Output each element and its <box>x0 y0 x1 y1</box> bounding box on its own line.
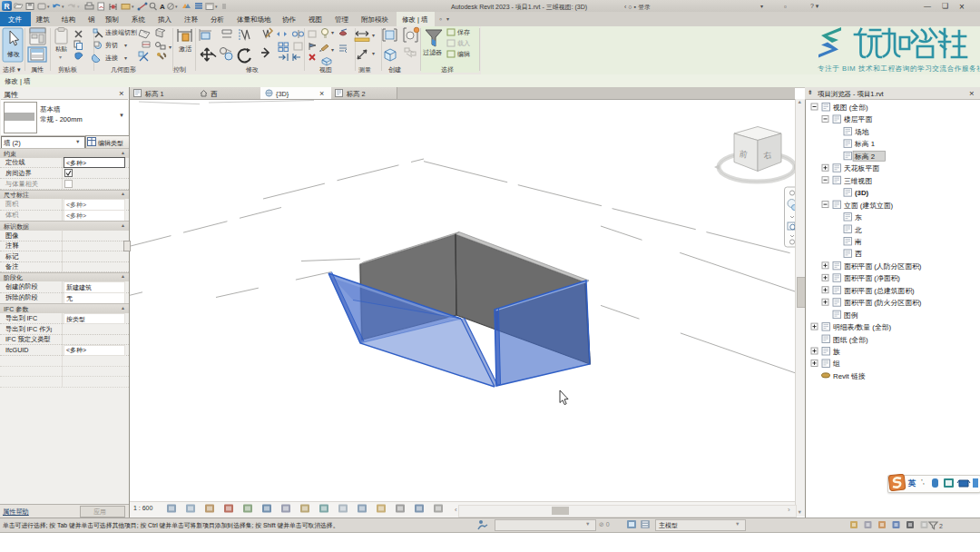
svg-text:▾: ▾ <box>47 4 50 9</box>
svg-text:▾: ▾ <box>331 47 334 53</box>
svg-text:楼层平面: 楼层平面 <box>844 115 872 123</box>
svg-text:保存: 保存 <box>457 29 470 35</box>
svg-text:▾: ▾ <box>132 4 134 9</box>
svg-text:标高 2: 标高 2 <box>854 153 875 161</box>
svg-text:▾: ▾ <box>59 54 62 60</box>
svg-text:▾: ▾ <box>169 44 172 50</box>
svg-text:立面 (建筑立面): 立面 (建筑立面) <box>844 202 894 210</box>
svg-text:过滤器: 过滤器 <box>423 49 442 56</box>
svg-text:▾: ▾ <box>372 51 375 56</box>
svg-text:连接端切割: 连接端切割 <box>105 29 137 36</box>
svg-text:场地: 场地 <box>854 128 869 136</box>
svg-text:▾: ▾ <box>124 55 127 61</box>
svg-text:东: 东 <box>855 213 862 222</box>
svg-text:组: 组 <box>832 360 840 368</box>
svg-text:连接: 连接 <box>105 54 118 62</box>
svg-text:三维视图: 三维视图 <box>844 177 872 185</box>
svg-text:‹: ‹ <box>455 506 457 514</box>
svg-text:编辑: 编辑 <box>457 51 470 57</box>
svg-text:面积平面 (防火分区面积): 面积平面 (防火分区面积) <box>844 299 922 307</box>
svg-text:视图 (全部): 视图 (全部) <box>832 104 868 112</box>
svg-text:▾: ▾ <box>215 4 218 9</box>
svg-text:面积平面 (总建筑面积): 面积平面 (总建筑面积) <box>844 287 915 295</box>
svg-text:载入: 载入 <box>457 40 470 47</box>
svg-text:族: 族 <box>833 348 840 356</box>
svg-text:▾: ▾ <box>77 4 80 9</box>
svg-text:(3D): (3D) <box>855 189 869 197</box>
svg-text:▾: ▾ <box>175 4 178 9</box>
svg-text:▾: ▾ <box>62 4 64 9</box>
svg-text:A: A <box>160 3 165 11</box>
svg-text:西: 西 <box>855 250 862 258</box>
svg-text:面积平面 (净面积): 面积平面 (净面积) <box>844 274 900 282</box>
svg-text:图例: 图例 <box>844 311 858 320</box>
svg-text:右: 右 <box>762 150 773 161</box>
svg-text:激活: 激活 <box>179 45 192 53</box>
svg-text:修改: 修改 <box>7 51 20 58</box>
svg-text:▾: ▾ <box>124 43 127 48</box>
svg-text:2: 2 <box>939 523 943 529</box>
svg-text:剪切: 剪切 <box>105 42 118 49</box>
svg-text:标高 1: 标高 1 <box>854 140 875 148</box>
svg-text:▾: ▾ <box>331 30 334 35</box>
svg-text:前: 前 <box>739 149 749 159</box>
svg-text:图纸 (全部): 图纸 (全部) <box>833 336 868 344</box>
svg-text:面积平面 (人防分区面积): 面积平面 (人防分区面积) <box>844 262 922 271</box>
svg-text:Revit 链接: Revit 链接 <box>833 372 866 380</box>
svg-text:粘贴: 粘贴 <box>55 45 68 53</box>
svg-text:明细表/数量 (全部): 明细表/数量 (全部) <box>833 323 892 331</box>
svg-text:天花板平面: 天花板平面 <box>844 164 879 172</box>
svg-text:南: 南 <box>854 238 862 246</box>
svg-text:▾: ▾ <box>372 33 375 38</box>
svg-text:北: 北 <box>854 226 862 234</box>
